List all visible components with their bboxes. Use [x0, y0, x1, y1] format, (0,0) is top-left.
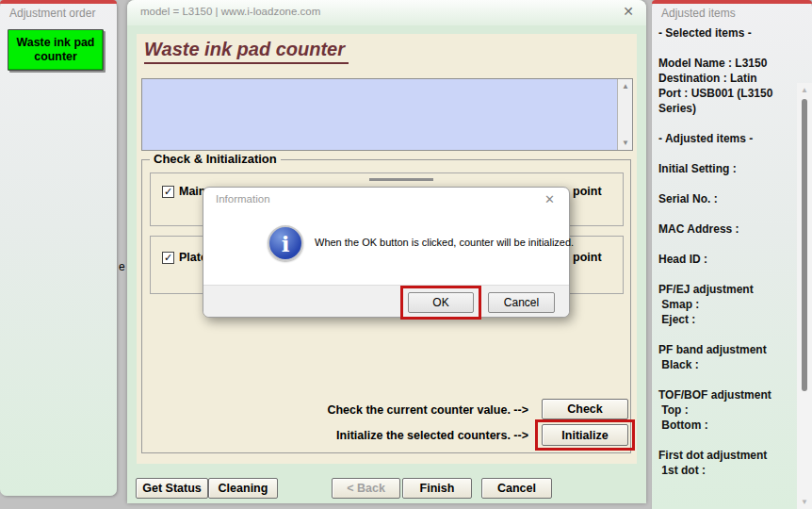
adjusted-item-line: Initial Setting :	[658, 161, 791, 176]
scroll-down-icon[interactable]: ▼	[618, 139, 633, 147]
panel-red-accent	[0, 0, 117, 4]
page-title: Waste ink pad counter	[144, 39, 349, 64]
screen: Adjustment order Waste ink pad counter e…	[0, 0, 812, 509]
adjusted-item-line: TOF/BOF adjustment	[658, 387, 791, 402]
adjusted-item-line: Series)	[658, 101, 791, 116]
adjusted-item-line: Model Name : L3150	[658, 56, 791, 71]
background-text-fragment: e	[119, 260, 125, 273]
adjusted-items-list: - Selected items - Model Name : L3150 De…	[658, 25, 791, 478]
adjusted-item-line	[658, 176, 791, 191]
adjusted-item-line: PF/EJ adjustment	[658, 282, 791, 297]
information-dialog: Information ✕ i When the OK button is cl…	[203, 187, 570, 318]
adjusted-item-line	[658, 372, 791, 387]
adjusted-item-line: Bottom :	[658, 418, 791, 433]
adjusted-item-line	[658, 41, 791, 56]
main-pad-point-value: point	[573, 185, 602, 198]
textarea-scrollbar[interactable]: ▲ ▼	[617, 79, 632, 150]
initialize-instruction-label: Initialize the selected counters. -->	[274, 429, 528, 442]
adjusted-item-line: 1st dot :	[658, 463, 791, 478]
waste-ink-pad-counter-button[interactable]: Waste ink pad counter	[8, 29, 104, 71]
adjusted-item-line: MAC Address :	[658, 222, 791, 237]
adjusted-item-line: - Selected items -	[658, 25, 791, 41]
adjusted-item-line: Smap :	[658, 297, 791, 312]
adjusted-item-line: Top :	[658, 402, 791, 418]
adjusted-item-line: Port : USB001 (L3150	[658, 86, 791, 101]
information-icon: i	[268, 225, 303, 261]
obscured-button-edge	[369, 178, 433, 181]
adjusted-item-line	[658, 267, 791, 282]
panel-red-accent	[652, 0, 812, 4]
adjusted-items-panel-title: Adjusted items	[661, 7, 736, 20]
cleaning-button[interactable]: Cleaning	[208, 478, 278, 499]
scroll-down-icon[interactable]: ▼	[797, 498, 812, 506]
main-pad-checkbox[interactable]: ✓	[162, 186, 174, 198]
dialog-close-icon[interactable]: ✕	[544, 192, 555, 206]
dialog-title: Information	[216, 193, 270, 205]
window-title: model = L3150 | www.i-loadzone.com	[140, 6, 320, 17]
adjusted-item-line	[658, 146, 791, 161]
adjusted-item-line: PF band adjustment	[658, 342, 791, 357]
close-icon[interactable]: ✕	[623, 4, 634, 19]
adjusted-item-line: Destination : Latin	[658, 71, 791, 86]
finish-button[interactable]: Finish	[402, 478, 472, 499]
panel-scrollbar[interactable]: ▲ ▼	[797, 83, 812, 509]
platen-pad-checkbox[interactable]: ✓	[162, 252, 174, 264]
scroll-up-icon[interactable]: ▲	[797, 86, 812, 94]
check-button[interactable]: Check	[542, 399, 628, 419]
cancel-button[interactable]: Cancel	[481, 478, 552, 499]
window-titlebar: model = L3150 | www.i-loadzone.com ✕	[127, 0, 646, 25]
scrollbar-thumb[interactable]	[802, 99, 807, 391]
platen-pad-point-value: point	[573, 251, 602, 264]
ok-button[interactable]: OK	[408, 292, 474, 313]
adjusted-item-line	[658, 206, 791, 222]
dialog-cancel-button[interactable]: Cancel	[488, 292, 555, 313]
adjusted-item-line: Head ID :	[658, 252, 791, 267]
scroll-up-icon[interactable]: ▲	[618, 82, 633, 90]
adjusted-item-line	[658, 237, 791, 252]
adjustment-order-panel: Adjustment order Waste ink pad counter	[0, 0, 117, 496]
adjustment-order-panel-title: Adjustment order	[9, 7, 95, 20]
group-title: Check & Initialization	[150, 152, 281, 166]
adjusted-item-line: Black :	[658, 357, 791, 372]
dialog-message: When the OK button is clicked, counter w…	[315, 237, 574, 248]
get-status-button[interactable]: Get Status	[136, 478, 208, 499]
adjusted-item-line: Serial No. :	[658, 191, 791, 206]
back-button: < Back	[332, 478, 400, 499]
adjusted-item-line: Eject :	[658, 312, 791, 327]
message-textarea[interactable]: ▲ ▼	[141, 78, 633, 151]
adjusted-items-panel: Adjusted items - Selected items - Model …	[652, 0, 812, 509]
adjusted-item-line: First dot adjustment	[658, 448, 791, 463]
adjusted-item-line: - Adjusted items -	[658, 131, 791, 146]
initialize-button[interactable]: Initialize	[542, 424, 628, 446]
check-instruction-label: Check the current counter value. -->	[274, 403, 528, 417]
adjusted-item-line	[658, 116, 791, 131]
adjusted-item-line	[658, 327, 791, 342]
adjusted-item-line	[658, 433, 791, 448]
